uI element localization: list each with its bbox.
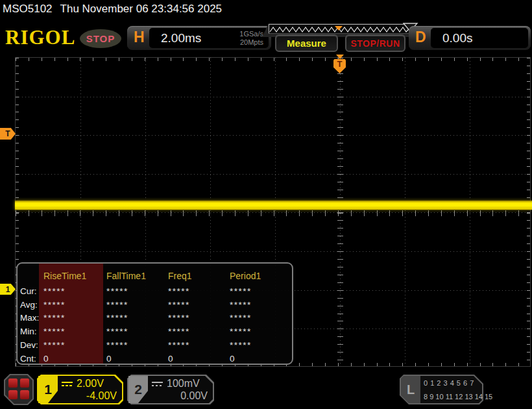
measure-value: 0 [165, 354, 227, 364]
row-label: Min: [18, 327, 41, 336]
measure-value: ***** [165, 327, 227, 336]
delay-label: D [415, 29, 426, 46]
logic-analyzer-widget[interactable]: L 0 1 2 3 4 5 6 7 8 9 10 11 12 13 14 15 [400, 375, 483, 404]
ch1-offset-marker-icon[interactable]: 1 [0, 284, 16, 295]
measure-value: ***** [165, 300, 227, 310]
axis-ticks [16, 58, 530, 61]
row-label: Max: [18, 313, 41, 323]
delay-box: 0.00s [431, 28, 528, 48]
measure-col-header[interactable]: RiseTime1 [41, 271, 104, 281]
la-channels-row2: 8 9 10 11 12 13 14 15 [424, 393, 481, 401]
menu-grid-icon [8, 378, 29, 399]
measure-value: ***** [165, 313, 227, 323]
gridline-horizontal [16, 97, 530, 97]
channel2-offset: 0.00V [180, 390, 208, 402]
waveform-overview-bar[interactable] [269, 24, 410, 34]
row-label: Dev: [18, 340, 41, 350]
measure-value: 0 [227, 354, 292, 364]
measure-value: ***** [104, 300, 165, 310]
run-state-badge: STOP [80, 29, 121, 48]
channel2-scale-row: 100mV [152, 378, 200, 390]
oscilloscope-screen: MSO5102Thu November 06 23:34:56 2025 RIG… [0, 0, 532, 409]
measure-value: 0 [104, 354, 165, 364]
measure-value: ***** [104, 340, 165, 350]
menu-grid-button[interactable] [4, 374, 34, 405]
titlebar: MSO5102Thu November 06 23:34:56 2025 [3, 3, 222, 16]
measure-value: ***** [41, 340, 104, 350]
ch1-waveform-trace [15, 201, 532, 210]
measure-value: ***** [165, 340, 227, 350]
measure-value: ***** [41, 300, 104, 310]
trigger-position-shield-icon: T [333, 59, 346, 73]
channel2-widget[interactable]: 2 100mV 0.00V [127, 375, 214, 404]
zigzag-waveform-icon [269, 25, 409, 34]
memory-depth: 20Mpts [240, 38, 263, 46]
la-channels-row1: 0 1 2 3 4 5 6 7 [424, 379, 481, 387]
delay-widget[interactable]: D 0.00s [409, 26, 531, 50]
center-horizontal-axis [16, 210, 530, 216]
trigger-level-marker-icon[interactable]: T [0, 128, 16, 140]
datetime: Thu November 06 23:34:56 2025 [60, 3, 223, 15]
gridline-horizontal [16, 251, 530, 252]
measure-col-header[interactable]: Period1 [227, 271, 292, 281]
measure-value: ***** [227, 340, 292, 350]
sample-rate: 1GSa/s [239, 30, 263, 38]
model-name: MSO5102 [3, 3, 53, 15]
trigger-position-marker-icon[interactable]: T [333, 55, 346, 73]
measure-value: ***** [227, 327, 292, 336]
measurement-grid: RiseTime1 FallTime1 Freq1 Period1 Cur: *… [18, 264, 292, 364]
row-label: Cur: [18, 286, 41, 296]
horizontal-label: H [134, 29, 145, 46]
measure-value: ***** [41, 313, 104, 323]
timebase-value: 2.00ms [149, 31, 239, 45]
channel1-offset: -4.00V [86, 390, 117, 402]
measure-value: ***** [104, 327, 165, 336]
channel1-scale-row: 2.00V [62, 378, 104, 390]
trigger-position-arrow-icon [336, 55, 344, 59]
acquisition-info: 1GSa/s20Mpts [239, 30, 269, 47]
measure-value: ***** [104, 286, 165, 296]
measure-value: ***** [227, 286, 292, 296]
measure-col-header[interactable]: FallTime1 [104, 271, 165, 281]
measure-value: ***** [227, 313, 292, 323]
delay-value: 0.00s [431, 31, 528, 45]
measure-button[interactable]: Measure [275, 34, 338, 52]
horizontal-timebase-widget[interactable]: H 2.00ms 1GSa/s20Mpts [127, 26, 271, 50]
gridline-horizontal [16, 174, 530, 175]
measure-col-header[interactable]: Freq1 [165, 271, 227, 281]
measure-value: 0 [41, 354, 104, 364]
timebase-box: 2.00ms 1GSa/s20Mpts [149, 28, 269, 48]
gridline-horizontal [16, 135, 530, 136]
row-label: Avg: [18, 300, 41, 310]
measure-value: ***** [165, 286, 227, 296]
channel1-widget[interactable]: 1 2.00V -4.00V [37, 375, 123, 404]
measure-value: ***** [41, 327, 104, 336]
stop-run-button[interactable]: STOP/RUN [345, 34, 405, 52]
row-label: Cnt: [18, 354, 41, 364]
measure-value: ***** [104, 313, 165, 323]
channel1-scale: 2.00V [77, 378, 104, 390]
dc-coupling-icon [152, 382, 163, 386]
channel2-scale: 100mV [167, 378, 200, 390]
rigol-logo: RIGOL [5, 26, 75, 49]
measure-value: ***** [227, 300, 292, 310]
dc-coupling-icon [62, 382, 73, 386]
measurement-table: RiseTime1 FallTime1 Freq1 Period1 Cur: *… [16, 262, 293, 365]
measure-value: ***** [41, 286, 104, 296]
